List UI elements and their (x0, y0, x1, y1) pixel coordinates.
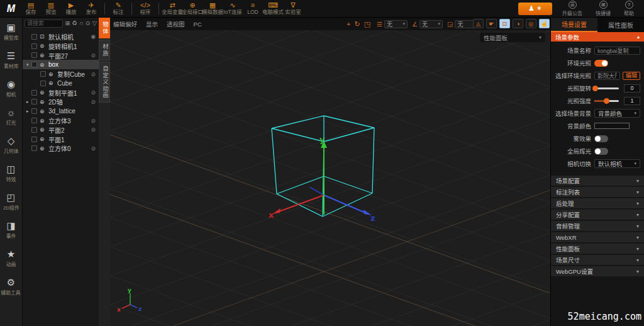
shortcuts-button[interactable]: ⊞ 快捷键 (592, 0, 614, 17)
tab-object[interactable]: 物体 (99, 18, 110, 38)
scene-background-select[interactable]: 背景颜色 ▾ (594, 109, 640, 118)
tree-item-copy-plane-1[interactable]: ⊕ 复制平面1 ⊘ (23, 88, 99, 98)
iot-connect-button[interactable]: ∿ IoT连接 (223, 1, 242, 16)
help-button[interactable]: ? 帮助 (620, 0, 638, 17)
section-webxr[interactable]: WebXR ▾ (551, 232, 644, 242)
snap-value-select[interactable]: 无 ▾ (384, 20, 408, 28)
sidebar-item-camera[interactable]: ◉ 相机 (0, 74, 22, 103)
preview-button[interactable]: ▥ 预览 (42, 1, 60, 16)
gesture-button[interactable]: ☛ (486, 19, 497, 28)
visibility-button[interactable]: ◑ (513, 19, 523, 28)
row-action-icon[interactable]: ⊘ (91, 118, 99, 124)
section-share-config[interactable]: 分享配置 ▾ (551, 210, 644, 220)
tree-checkbox[interactable] (31, 99, 37, 104)
sidebar-item-model-library[interactable]: ▣ 模型库 (0, 18, 22, 46)
rotate-tool-button[interactable]: ↻ (353, 20, 360, 28)
collaboration-button[interactable]: ♟ ✶ (518, 3, 552, 15)
tree-checkbox[interactable] (31, 34, 37, 40)
lab-button[interactable]: ∇ 实验室 (284, 1, 303, 16)
sidebar-item-asset-library[interactable]: ☰ 素材库 (0, 46, 22, 74)
translate-snap-select[interactable]: ☰ 无 ▾ (377, 20, 408, 28)
mock-data-button[interactable]: ▦ 模拟数据 (203, 1, 222, 16)
tree-item-2d-axis[interactable]: ▸ ⊕ 2D轴 ⊘ (23, 98, 99, 107)
scene-params-header[interactable]: 场景参数 ▴ (551, 32, 644, 42)
duplicate-icon[interactable]: ⊞ (65, 20, 70, 26)
menu-edit-preferences[interactable]: 编辑偏好 (113, 20, 137, 28)
global-bloom-toggle[interactable] (594, 148, 608, 155)
annotate-button[interactable]: ✎ 标注 (109, 1, 128, 16)
edit-env-button[interactable]: 编辑 (623, 72, 640, 80)
sidebar-item-events[interactable]: ◨ 事件 (0, 216, 22, 244)
global-vars-button[interactable]: ⇄ 全局变量 (163, 1, 182, 16)
tree-item-rotate-camera-1[interactable]: ⊛ 旋转相机1 (23, 42, 99, 51)
delete-icon[interactable]: ♻ (72, 20, 77, 26)
tab-custom-animation[interactable]: 自定义动画 (99, 62, 110, 103)
section-webgpu-settings[interactable]: WebGPU设置 ▾ (551, 266, 644, 276)
selected-cube-wireframe[interactable] (272, 116, 374, 216)
section-post-processing[interactable]: 后处理 ▾ (551, 198, 644, 208)
move-tool-button[interactable]: + (346, 20, 351, 28)
publish-button[interactable]: ✈ 发布 (82, 1, 101, 16)
tree-checkbox[interactable] (31, 52, 37, 58)
slider-thumb[interactable] (592, 86, 598, 91)
env-map-input[interactable] (594, 72, 620, 80)
viewport-3d[interactable]: x y z x y z 编辑偏好 (110, 18, 550, 326)
desktop-mode-button[interactable]: ⌨ 电脑模式 (264, 1, 282, 16)
expand-arrow[interactable]: ▸ (26, 99, 31, 104)
light-intensity-slider[interactable] (594, 100, 619, 102)
row-action-icon[interactable]: ⊘ (91, 52, 99, 59)
angle-snap-select[interactable]: ∠ 无 ▾ (412, 20, 443, 28)
filter-icon[interactable]: ▽ (92, 20, 97, 26)
touch-mode-button[interactable]: ⊡ (499, 19, 510, 28)
fog-toggle[interactable] (594, 135, 608, 142)
camera-switch-select[interactable]: 默认相机 ▾ (594, 159, 640, 168)
tree-item-3d-lattice[interactable]: ▸ ⊕ 3d_lattice (23, 106, 99, 116)
expand-arrow[interactable]: ▾ (26, 62, 31, 67)
scene-name-input[interactable] (594, 47, 640, 55)
tab-scene-settings[interactable]: 场景设置 (551, 18, 597, 32)
row-action-icon[interactable]: ⊘ (91, 71, 99, 77)
tab-material[interactable]: 材质 (99, 40, 110, 60)
row-action-icon[interactable]: ⊘ (91, 89, 99, 96)
row-action-icon[interactable]: ⊘ (91, 126, 99, 133)
tree-checkbox[interactable] (31, 90, 37, 96)
visibility-icon[interactable]: ⊙ (86, 20, 91, 26)
tree-item-cube-0[interactable]: ⊕ 立方体0 ⊘ (23, 144, 99, 154)
sidebar-item-2d-widgets[interactable]: ◰ 2D组件 (0, 188, 22, 216)
sidebar-item-animation[interactable]: ★ 动画 (0, 244, 22, 273)
tree-item-plane-1[interactable]: ⊕ 平面1 (23, 135, 99, 144)
tree-item-box[interactable]: ▾ ⊕ box (23, 60, 99, 69)
global-api-button[interactable]: ⊕ 全局接口 (183, 1, 202, 16)
expand-arrow[interactable]: ▸ (26, 109, 31, 114)
menu-display[interactable]: 显示 (146, 20, 158, 28)
row-action-icon[interactable]: ⊘ (91, 145, 99, 152)
sidebar-item-light[interactable]: ☼ 灯光 (0, 103, 22, 131)
object-axes[interactable]: x y z (269, 135, 375, 223)
tree-checkbox[interactable] (31, 108, 37, 114)
tree-item-plane-27[interactable]: ⊕ 平面27 ⊘ (23, 51, 99, 60)
lod-button[interactable]: ≡ LOD (243, 1, 262, 16)
section-scene-size[interactable]: 场景尺寸 ▾ (551, 255, 644, 265)
tree-item-plane-2[interactable]: ⊕ 平面2 ⊘ (23, 125, 99, 135)
scale-tool-button[interactable]: ◳ (364, 20, 371, 28)
sidebar-item-helper-tools[interactable]: ⚙ 辅助工具 (0, 273, 22, 301)
env-light-toggle[interactable] (594, 60, 608, 67)
row-action-icon[interactable]: ◉ (91, 33, 99, 40)
section-annotation-list[interactable]: 标注列表 ▾ (551, 187, 644, 197)
sidebar-item-effects[interactable]: ◫ 特效 (0, 159, 22, 188)
play-button[interactable]: ▶ 播放 (62, 1, 80, 16)
code-button[interactable]: </> 程序 (136, 1, 155, 16)
save-button[interactable]: ▤ 保存 (21, 1, 40, 16)
tree-checkbox[interactable] (40, 71, 46, 77)
light-rotation-slider[interactable] (594, 87, 619, 89)
tree-checkbox[interactable] (31, 43, 37, 49)
pointer-button[interactable]: ☝ (539, 19, 550, 28)
tree-item-cube[interactable]: ⊕ Cube (23, 79, 99, 88)
tree-checkbox[interactable] (31, 62, 37, 67)
menu-perspective[interactable]: 透视图 (167, 20, 185, 28)
menu-pc[interactable]: PC (194, 21, 202, 28)
light-intensity-value[interactable]: 1 (624, 97, 640, 105)
section-performance-panel[interactable]: 性能面板 ▾ (551, 244, 644, 254)
slider-thumb[interactable] (604, 98, 609, 104)
background-color-swatch[interactable] (594, 123, 630, 129)
